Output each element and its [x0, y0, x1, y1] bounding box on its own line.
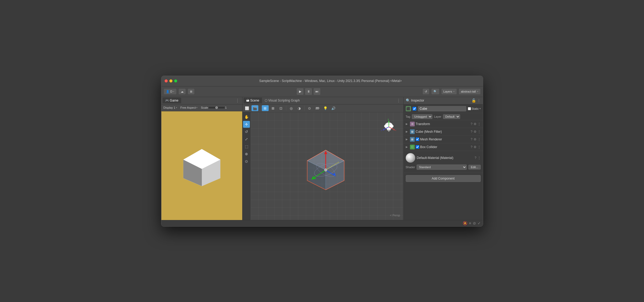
inspector-menu-button[interactable]: ⋮ [477, 98, 481, 103]
camera-btn[interactable]: ⊙ [306, 105, 313, 111]
layout-dropdown[interactable]: abstract-tall ▾ [459, 88, 481, 95]
shader-select[interactable]: Standard [417, 164, 467, 170]
account-button[interactable]: 👤 D ▾ [164, 88, 177, 95]
scene-tab[interactable]: 🏔 Scene [244, 98, 262, 103]
material-menu[interactable]: ⋮ [478, 156, 481, 160]
audio-btn[interactable]: ◑ [296, 105, 303, 111]
vsg-tab[interactable]: ⬡ Visual Scripting Graph [262, 98, 302, 103]
rect-tool[interactable]: ⬚ [243, 143, 250, 150]
transform-menu[interactable]: ⋮ [478, 122, 481, 126]
close-button[interactable] [165, 79, 168, 83]
no-entry-icon[interactable]: ⊘ [473, 221, 476, 225]
lock-button[interactable]: 🔓 [472, 98, 476, 103]
window-title: SampleScene - ScriptMachine - Windows, M… [181, 79, 480, 83]
scene-viewport[interactable]: ✋ ✛ ↺ ⤢ ⬚ ⊕ ⊙ [242, 112, 403, 220]
mesh-renderer-menu[interactable]: ⋮ [478, 138, 481, 141]
object-active-checkbox[interactable] [413, 107, 416, 111]
titlebar: SampleScene - ScriptMachine - Windows, M… [161, 76, 483, 86]
game-tab[interactable]: 🎮 Game [162, 98, 181, 103]
check-icon[interactable]: ✓ [478, 221, 481, 225]
step-button[interactable]: ⏭ [313, 88, 321, 95]
mesh-filter-component[interactable]: ▶ ▦ Cube (Mesh Filter) ? ⚙ ⋮ [404, 128, 483, 136]
mesh-renderer-checkbox[interactable] [416, 138, 419, 141]
play-controls: ▶ ⏸ ⏭ [296, 88, 321, 95]
audio2-btn[interactable]: 🔊 [330, 105, 337, 111]
aspect-dropdown[interactable]: Free Aspect ▾ [179, 106, 199, 110]
light-btn[interactable]: 💡 [322, 105, 329, 111]
transform-component[interactable]: ▶ ⊞ Transform ? ⚙ ⋮ [404, 120, 483, 128]
mesh-renderer-settings[interactable]: ⚙ [474, 138, 477, 141]
rotate-tool[interactable]: ↺ [243, 128, 250, 135]
scene-object-cube[interactable] [297, 140, 355, 199]
box-collider-help[interactable]: ? [471, 145, 473, 149]
unity-window: SampleScene - ScriptMachine - Windows, M… [161, 76, 483, 227]
layout-chevron: ▾ [477, 90, 478, 93]
display-dropdown[interactable]: Display 1 ▾ [162, 106, 178, 110]
cloud-button[interactable]: ☁ [178, 88, 186, 95]
2d-btn[interactable]: 2D [314, 105, 321, 111]
gizmo-btn[interactable]: ◎ [288, 105, 295, 111]
collab-button[interactable]: ⊞ [188, 88, 195, 95]
divider-3 [304, 106, 305, 111]
material-section: Default-Material (Material) ? ⋮ Shader S… [404, 151, 483, 173]
box-collider-settings[interactable]: ⚙ [474, 145, 477, 149]
static-label: Static ▾ [468, 107, 481, 110]
scene-fx-btn[interactable]: 🎬 [251, 105, 258, 111]
account-icon: 👤 [166, 90, 170, 93]
svg-rect-22 [387, 128, 391, 130]
box-collider-menu[interactable]: ⋮ [478, 145, 481, 149]
draw-mode-btn[interactable]: ⬜ [244, 105, 250, 111]
mesh-filter-menu[interactable]: ⋮ [478, 130, 481, 134]
scene-gizmo[interactable]: y x z [380, 118, 398, 136]
svg-text:y: y [388, 118, 389, 120]
game-panel-menu[interactable]: ⋮ [234, 98, 241, 103]
play-button[interactable]: ▶ [296, 88, 304, 95]
hand-tool[interactable]: ✋ [243, 113, 250, 120]
mesh-renderer-help[interactable]: ? [471, 138, 473, 141]
transform-help[interactable]: ? [471, 122, 473, 126]
grid-btn[interactable]: ⊡ [278, 105, 284, 111]
scene-panel-menu[interactable]: ⋮ [395, 98, 402, 103]
static-arrow[interactable]: ▾ [479, 107, 481, 110]
box-collider-component[interactable]: ▶ ⬡ Box Collider ? ⚙ ⋮ [404, 143, 483, 151]
static-checkbox[interactable] [468, 107, 471, 110]
shader-edit-button[interactable]: Edit... [468, 165, 480, 170]
tag-select[interactable]: Untagged [412, 114, 432, 119]
box-collider-checkbox[interactable] [416, 145, 419, 149]
mesh-renderer-component[interactable]: ▶ ▦ Mesh Renderer ? ⚙ ⋮ [404, 136, 483, 143]
material-header: Default-Material (Material) ? ⋮ [406, 153, 481, 163]
mesh-filter-help[interactable]: ? [471, 130, 473, 134]
layers-dropdown[interactable]: Layers ▾ [441, 88, 457, 95]
shader-row: Shader Standard Edit... [406, 164, 481, 171]
material-actions: ? ⋮ [475, 156, 481, 160]
scene-tab-icon: 🏔 [246, 99, 249, 102]
add-component-button[interactable]: Add Component [406, 175, 481, 182]
layers-icon[interactable]: ≡ [469, 221, 471, 225]
mesh-filter-settings[interactable]: ⚙ [474, 130, 477, 134]
scale-tool[interactable]: ⤢ [243, 136, 250, 143]
pause-button[interactable]: ⏸ [305, 88, 312, 95]
display-chevron: ▾ [176, 106, 177, 109]
snap-btn[interactable]: ⊠ [270, 105, 277, 111]
search-button[interactable]: 🔍 [431, 88, 440, 95]
material-info: Default-Material (Material) [417, 156, 473, 160]
transform-tool[interactable]: ⊕ [243, 150, 250, 157]
inspector-panel: 🔍 Inspector 🔓 ⋮ ⬛ Static ▾ Tag [404, 97, 483, 220]
scale-track[interactable] [209, 107, 225, 108]
custom-tool[interactable]: ⊙ [243, 158, 250, 165]
layer-select[interactable]: Default [443, 114, 460, 119]
object-name-input[interactable] [418, 106, 466, 111]
scale-control[interactable]: Scale 1 [200, 106, 228, 110]
minimize-button[interactable] [169, 79, 172, 83]
2d-toggle-btn[interactable]: ⊞ [262, 105, 269, 111]
move-tool[interactable]: ✛ [243, 121, 250, 128]
mute-icon[interactable]: 🔕 [463, 221, 467, 225]
obj-cube-icon: ⬛ [406, 106, 411, 111]
history-button[interactable]: ↺ [422, 88, 430, 95]
transform-settings[interactable]: ⚙ [474, 122, 477, 126]
maximize-button[interactable] [174, 79, 177, 83]
chevron-icon: ▾ [173, 90, 174, 93]
box-collider-icon: ⬡ [410, 145, 415, 149]
material-help[interactable]: ? [475, 156, 477, 160]
layers-chevron: ▾ [453, 90, 455, 93]
